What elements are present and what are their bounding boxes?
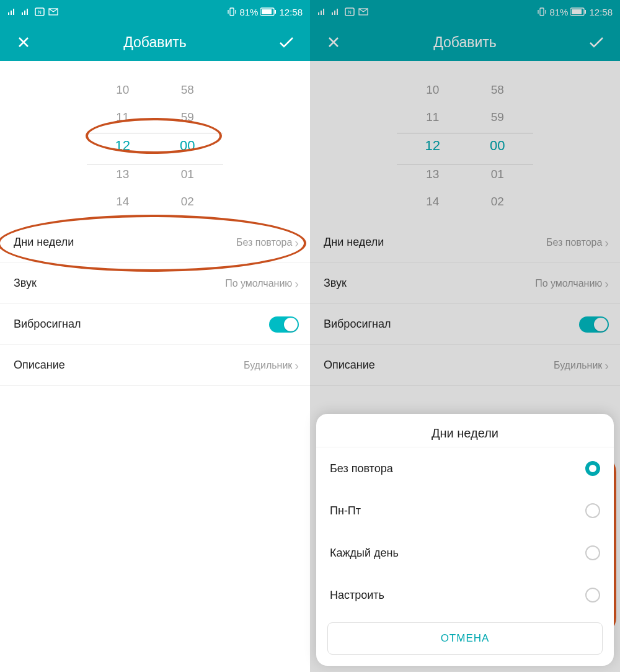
- vibrate-toggle: [579, 316, 609, 333]
- vibrate-toggle[interactable]: [269, 316, 299, 333]
- app-bar: Добавить: [0, 24, 310, 61]
- row-repeat[interactable]: Дни недели Без повтора›: [0, 222, 310, 263]
- close-button[interactable]: [15, 34, 32, 51]
- svg-rect-6: [275, 10, 276, 14]
- app-bar: Добавить: [310, 24, 620, 61]
- mail-icon: [48, 7, 58, 17]
- sheet-option-no-repeat[interactable]: Без повтора: [316, 447, 614, 490]
- vibrate-icon: [227, 7, 237, 17]
- nfc-icon: N: [345, 7, 355, 17]
- row-repeat: Дни недели Без повтора›: [310, 222, 620, 263]
- row-vibrate-label: Вибросигнал: [14, 318, 81, 331]
- row-sound-label: Звук: [14, 277, 37, 290]
- repeat-bottom-sheet: Дни недели Без повтора Пн-Пт Каждый день…: [316, 414, 614, 666]
- status-time: 12:58: [589, 7, 613, 17]
- confirm-button[interactable]: [278, 34, 295, 51]
- svg-rect-11: [570, 8, 584, 16]
- sheet-cancel-button[interactable]: ОТМЕНА: [327, 622, 603, 655]
- hour-column[interactable]: 10 11 12 13 14: [115, 83, 130, 208]
- row-description-label: Описание: [14, 359, 65, 372]
- svg-rect-10: [540, 8, 544, 16]
- row-vibrate[interactable]: Вибросигнал: [0, 304, 310, 345]
- time-picker: 1011 12 1314 5859 00 0102: [310, 61, 620, 222]
- battery-percent: 81%: [549, 7, 568, 17]
- radio-unselected[interactable]: [585, 545, 600, 560]
- close-button[interactable]: [325, 34, 342, 51]
- screen-right: N 81% 12:58 Добавить 1011 12 1314 5859 0…: [310, 0, 620, 672]
- battery-icon: [570, 7, 587, 16]
- svg-rect-5: [262, 9, 272, 14]
- sheet-title: Дни недели: [316, 426, 614, 447]
- row-repeat-label: Дни недели: [14, 236, 74, 249]
- signal-icon: [7, 7, 17, 17]
- svg-rect-7: [345, 8, 354, 16]
- signal-icon: [331, 7, 341, 17]
- battery-icon: [260, 7, 277, 16]
- svg-rect-9: [359, 9, 368, 15]
- page-title: Добавить: [123, 34, 187, 51]
- chevron-right-icon: ›: [294, 277, 299, 290]
- sheet-option-everyday[interactable]: Каждый день: [316, 532, 614, 574]
- nfc-icon: N: [35, 7, 45, 17]
- svg-rect-12: [572, 9, 582, 14]
- page-title: Добавить: [433, 34, 497, 51]
- radio-unselected[interactable]: [585, 588, 600, 603]
- mail-icon: [358, 7, 368, 17]
- hour-column: 1011 12 1314: [425, 83, 440, 208]
- row-sound[interactable]: Звук По умолчанию›: [0, 263, 310, 304]
- chevron-right-icon: ›: [294, 236, 299, 249]
- row-vibrate: Вибросигнал: [310, 304, 620, 345]
- status-time: 12:58: [279, 7, 303, 17]
- battery-percent: 81%: [239, 7, 258, 17]
- row-description[interactable]: Описание Будильник›: [0, 345, 310, 386]
- signal-icon: [317, 7, 327, 17]
- svg-text:N: N: [38, 9, 42, 15]
- radio-selected[interactable]: [585, 461, 600, 476]
- chevron-right-icon: ›: [294, 359, 299, 372]
- sheet-option-custom[interactable]: Настроить: [316, 574, 614, 616]
- row-sound: Звук По умолчанию›: [310, 263, 620, 304]
- svg-rect-3: [230, 8, 234, 16]
- row-description: Описание Будильник›: [310, 345, 620, 386]
- signal-icon: [21, 7, 31, 17]
- svg-rect-13: [585, 10, 586, 14]
- status-bar: N 81% 12:58: [0, 0, 310, 24]
- minute-column[interactable]: 58 59 00 01 02: [180, 83, 195, 208]
- confirm-button[interactable]: [588, 34, 605, 51]
- time-picker[interactable]: 10 11 12 13 14 58 59 00 01 02: [0, 61, 310, 222]
- sheet-option-weekdays[interactable]: Пн-Пт: [316, 490, 614, 532]
- vibrate-icon: [537, 7, 547, 17]
- svg-text:N: N: [348, 9, 352, 15]
- minute-column: 5859 00 0102: [490, 83, 505, 208]
- screen-left: N 81% 12:58 Добавить 10 11 12 13 14 58: [0, 0, 310, 672]
- radio-unselected[interactable]: [585, 503, 600, 518]
- status-bar: N 81% 12:58: [310, 0, 620, 24]
